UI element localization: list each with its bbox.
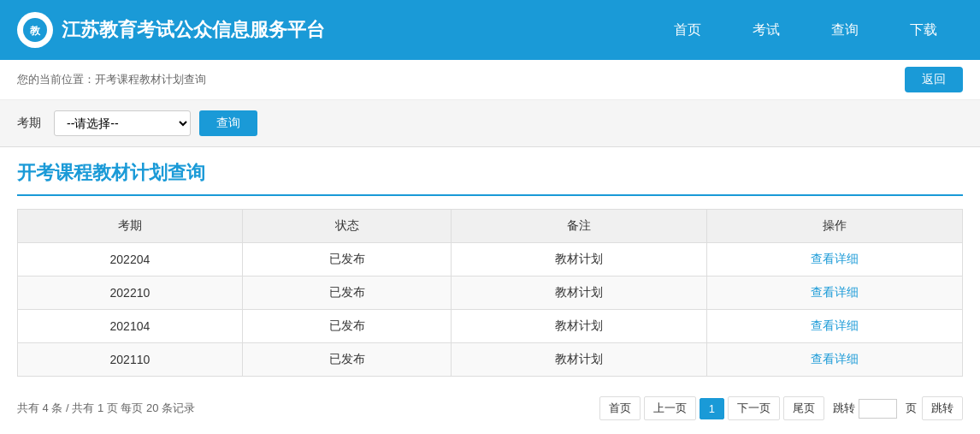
logo-icon: 教 — [17, 12, 53, 48]
jump-suffix: 页 — [906, 401, 917, 416]
col-note: 备注 — [452, 210, 707, 243]
header-nav: 首页 考试 查询 下载 — [648, 0, 963, 60]
nav-download[interactable]: 下载 — [884, 0, 963, 60]
svg-text:教: 教 — [29, 25, 41, 37]
breadcrumb-path: 开考课程教材计划查询 — [95, 73, 206, 86]
page-last[interactable]: 尾页 — [783, 396, 824, 420]
main-content: 开考课程教材计划查询 考期 状态 备注 操作 202204 已发布 教材计划 查… — [0, 147, 980, 434]
cell-note: 教材计划 — [452, 243, 707, 276]
pagination-bar: 共有 4 条 / 共有 1 页 每页 20 条记录 首页 上一页 1 下一页 尾… — [17, 389, 963, 427]
cell-note: 教材计划 — [452, 276, 707, 310]
jump-input[interactable] — [859, 399, 897, 419]
cell-status: 已发布 — [242, 276, 452, 310]
nav-query[interactable]: 查询 — [806, 0, 884, 60]
logo-text: 江苏教育考试公众信息服务平台 — [62, 17, 325, 43]
page-prev[interactable]: 上一页 — [644, 396, 696, 420]
table-row: 202110 已发布 教材计划 查看详细 — [18, 343, 963, 377]
nav-exam[interactable]: 考试 — [727, 0, 806, 60]
filter-bar: 考期 --请选择-- 查询 — [0, 100, 980, 147]
pagination-info: 共有 4 条 / 共有 1 页 每页 20 条记录 — [17, 401, 195, 416]
cell-period: 202204 — [18, 243, 243, 276]
logo: 教 江苏教育考试公众信息服务平台 — [17, 12, 648, 48]
breadcrumb-prefix: 您的当前位置： — [17, 73, 95, 86]
query-button[interactable]: 查询 — [199, 110, 257, 136]
cell-note: 教材计划 — [452, 343, 707, 377]
col-status: 状态 — [242, 210, 452, 243]
col-period: 考期 — [18, 210, 243, 243]
cell-action[interactable]: 查看详细 — [707, 276, 963, 310]
page-current[interactable]: 1 — [700, 398, 724, 419]
cell-period: 202104 — [18, 310, 243, 343]
breadcrumb-bar: 您的当前位置：开考课程教材计划查询 返回 — [0, 60, 980, 100]
pagination-controls: 首页 上一页 1 下一页 尾页 跳转 页 跳转 — [599, 396, 963, 420]
nav-home[interactable]: 首页 — [648, 0, 727, 60]
page-next[interactable]: 下一页 — [728, 396, 780, 420]
period-select[interactable]: --请选择-- — [54, 110, 191, 136]
page-first[interactable]: 首页 — [599, 396, 641, 420]
jump-button[interactable]: 跳转 — [922, 396, 963, 420]
cell-status: 已发布 — [242, 310, 452, 343]
col-action: 操作 — [707, 210, 963, 243]
table-row: 202204 已发布 教材计划 查看详细 — [18, 243, 963, 276]
detail-link[interactable]: 查看详细 — [811, 252, 859, 265]
cell-action[interactable]: 查看详细 — [707, 343, 963, 377]
detail-link[interactable]: 查看详细 — [811, 318, 859, 332]
cell-action[interactable]: 查看详细 — [707, 310, 963, 343]
cell-status: 已发布 — [242, 243, 452, 276]
back-button[interactable]: 返回 — [905, 67, 963, 92]
cell-period: 202210 — [18, 276, 243, 310]
table-row: 202104 已发布 教材计划 查看详细 — [18, 310, 963, 343]
cell-note: 教材计划 — [452, 310, 707, 343]
jump-prefix: 跳转 — [833, 401, 855, 416]
breadcrumb: 您的当前位置：开考课程教材计划查询 — [17, 72, 206, 87]
cell-period: 202110 — [18, 343, 243, 377]
cell-action[interactable]: 查看详细 — [707, 243, 963, 276]
detail-link[interactable]: 查看详细 — [811, 285, 859, 299]
header: 教 江苏教育考试公众信息服务平台 首页 考试 查询 下载 — [0, 0, 980, 60]
detail-link[interactable]: 查看详细 — [811, 352, 859, 366]
data-table: 考期 状态 备注 操作 202204 已发布 教材计划 查看详细 202210 … — [17, 209, 963, 377]
cell-status: 已发布 — [242, 343, 452, 377]
table-row: 202210 已发布 教材计划 查看详细 — [18, 276, 963, 310]
filter-label: 考期 — [17, 116, 41, 131]
section-title: 开考课程教材计划查询 — [17, 160, 963, 196]
